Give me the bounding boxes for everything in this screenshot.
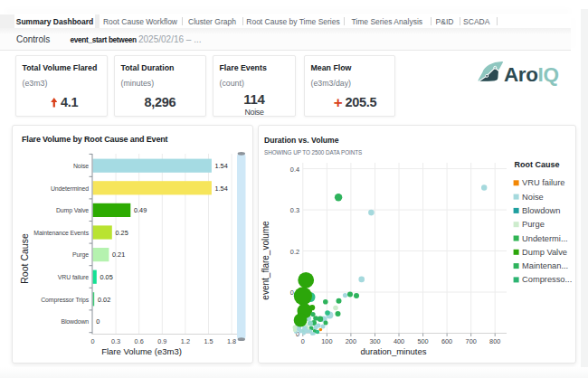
svg-text:Maintenan...: Maintenan... (522, 261, 568, 270)
svg-text:Compressor Trips: Compressor Trips (41, 297, 89, 304)
svg-text:AroIQ: AroIQ (504, 63, 559, 86)
svg-text:event_flare_volume: event_flare_volume (261, 221, 270, 300)
svg-text:800: 800 (489, 337, 500, 345)
svg-text:0.4: 0.4 (290, 165, 299, 174)
svg-text:SHOWING UP TO 2500 DATA POINTS: SHOWING UP TO 2500 DATA POINTS (264, 149, 362, 156)
svg-text:Root Cause: Root Cause (515, 160, 560, 169)
svg-text:0: 0 (90, 337, 94, 345)
svg-text:500: 500 (418, 337, 429, 345)
svg-text:700: 700 (466, 337, 477, 345)
svg-text:0.2: 0.2 (290, 248, 299, 256)
svg-text:VRU failure: VRU failure (58, 274, 89, 280)
svg-text:Dump Valve: Dump Valve (522, 248, 567, 257)
svg-text:400: 400 (394, 337, 404, 345)
svg-text:Noise: Noise (73, 163, 89, 169)
svg-text:1.54: 1.54 (215, 184, 228, 193)
svg-text:0.3: 0.3 (111, 337, 120, 345)
svg-text:Flare Volume by Root Cause and: Flare Volume by Root Cause and Event (22, 135, 168, 144)
svg-text:0.9: 0.9 (157, 337, 166, 345)
svg-text:Maintenance Events: Maintenance Events (33, 230, 89, 236)
svg-text:0.21: 0.21 (112, 250, 125, 259)
svg-text:1.54: 1.54 (215, 162, 228, 170)
svg-text:1.2: 1.2 (181, 337, 190, 345)
svg-text:0.3: 0.3 (290, 206, 299, 214)
svg-text:Root Cause: Root Cause (19, 233, 30, 284)
svg-text:300: 300 (369, 337, 380, 345)
svg-text:0.02: 0.02 (98, 296, 110, 304)
svg-text:0.6: 0.6 (135, 337, 144, 345)
svg-text:1.5: 1.5 (204, 337, 213, 345)
svg-text:Dump Valve: Dump Valve (56, 207, 89, 214)
svg-text:Blowdown: Blowdown (522, 206, 560, 215)
svg-text:VRU failure: VRU failure (522, 178, 565, 187)
svg-text:0.05: 0.05 (100, 273, 113, 281)
svg-text:Undetermined: Undetermined (51, 185, 89, 192)
svg-text:duration_minutes: duration_minutes (361, 346, 427, 356)
svg-text:Compresso...: Compresso... (522, 275, 572, 284)
svg-text:Blowdown: Blowdown (61, 318, 89, 325)
svg-text:Purge: Purge (522, 220, 545, 229)
svg-text:Purge: Purge (72, 251, 89, 259)
svg-text:Duration vs. Volume: Duration vs. Volume (264, 136, 339, 145)
svg-text:200: 200 (346, 337, 356, 345)
svg-text:Flare Volume (e3m3): Flare Volume (e3m3) (101, 346, 182, 356)
svg-text:100: 100 (321, 337, 332, 345)
svg-text:600: 600 (441, 337, 452, 345)
svg-text:1.8: 1.8 (227, 337, 236, 345)
svg-text:Undetermi...: Undetermi... (522, 234, 568, 243)
svg-text:Noise: Noise (522, 193, 544, 202)
svg-text:0: 0 (301, 337, 305, 345)
svg-text:0.49: 0.49 (134, 206, 147, 214)
svg-text:0: 0 (96, 317, 100, 326)
svg-text:0.25: 0.25 (116, 229, 128, 237)
